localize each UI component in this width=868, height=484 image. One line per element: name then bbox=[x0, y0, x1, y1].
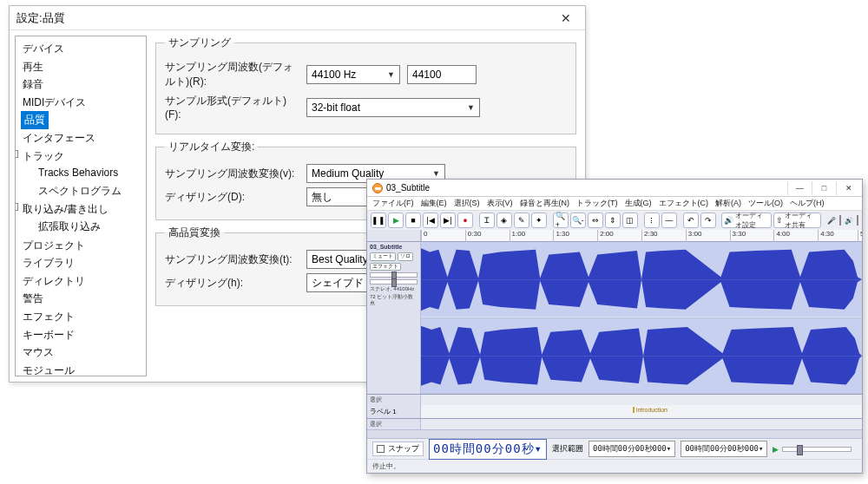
tool-envelope[interactable]: ◈ bbox=[496, 213, 512, 228]
timeline-ruler[interactable]: 0 0:30 1:00 1:30 2:00 2:30 3:00 3:30 4:0… bbox=[367, 230, 862, 242]
share-icon: ⇧ bbox=[776, 216, 783, 225]
undo-button[interactable]: ↶ bbox=[683, 213, 699, 228]
menu-transport[interactable]: 録音と再生(N) bbox=[520, 198, 570, 209]
tree-item-interface[interactable]: インタフェース bbox=[21, 129, 144, 147]
play-button[interactable]: ▶ bbox=[388, 213, 404, 228]
pause-button[interactable]: ❚❚ bbox=[371, 213, 386, 228]
play-indicator-icon: ▶ bbox=[773, 445, 779, 454]
tree-item-tracks[interactable]: − トラック Tracks Behaviors スペクトログラム bbox=[21, 147, 144, 201]
selection-start[interactable]: 00時間00分00秒000▾ bbox=[589, 441, 675, 457]
track-header[interactable]: 03_Subtitle ミュート ソロ エフェクト ステレオ, 44100Hz … bbox=[367, 242, 421, 394]
label-marker[interactable]: introduction bbox=[633, 407, 669, 413]
speaker-icon: 🔊 bbox=[724, 216, 733, 225]
menu-track[interactable]: トラック(T) bbox=[576, 198, 618, 209]
tree-item-import-export[interactable]: − 取り込み/書き出し 拡張取り込み bbox=[21, 200, 144, 236]
tree-item-quality[interactable]: 品質 bbox=[21, 111, 49, 129]
collapse-icon[interactable]: − bbox=[15, 150, 18, 158]
menu-generate[interactable]: 生成(G) bbox=[625, 198, 652, 209]
label-track-name[interactable]: ラベル 1 bbox=[367, 405, 421, 418]
trim-button[interactable]: ⫶ bbox=[644, 213, 660, 228]
waveform-area[interactable] bbox=[421, 242, 862, 394]
label-track: ラベル 1 introduction bbox=[367, 405, 862, 419]
stop-button[interactable]: ■ bbox=[405, 213, 421, 228]
zoom-slider[interactable] bbox=[782, 447, 852, 452]
silence-icon: ― bbox=[665, 216, 673, 225]
skip-start-button[interactable]: |◀ bbox=[423, 213, 438, 228]
playback-meter[interactable] bbox=[857, 215, 858, 226]
pan-slider[interactable] bbox=[370, 279, 418, 285]
sample-rate-label: サンプリング周波数(デフォルト)(R): bbox=[165, 60, 299, 89]
trim-icon: ⫶ bbox=[649, 216, 654, 225]
sample-format-combo[interactable]: 32-bit float ▼ bbox=[306, 98, 480, 117]
menu-edit[interactable]: 編集(E) bbox=[421, 198, 447, 209]
stop-icon: ■ bbox=[411, 216, 415, 225]
tree-item-devices[interactable]: デバイス bbox=[21, 40, 144, 58]
tree-item-module[interactable]: モジュール bbox=[21, 362, 144, 376]
tree-item-spectrogram[interactable]: スペクトログラム bbox=[36, 182, 142, 200]
selection-end[interactable]: 00時間00分00秒000▾ bbox=[681, 441, 767, 457]
fit-project-button[interactable]: ⇕ bbox=[605, 213, 621, 228]
mute-button[interactable]: ミュート bbox=[370, 252, 396, 260]
label-track-body[interactable]: introduction bbox=[421, 405, 862, 418]
silence-button[interactable]: ― bbox=[661, 213, 677, 228]
h-scrollbar[interactable] bbox=[367, 429, 862, 438]
tree-item-library[interactable]: ライブラリ bbox=[21, 254, 144, 272]
tree-item-keyboard[interactable]: キーボード bbox=[21, 326, 144, 344]
chevron-down-icon: ▼ bbox=[432, 169, 440, 178]
tree-item-playback[interactable]: 再生 bbox=[21, 58, 144, 76]
fit-selection-button[interactable]: ⇔ bbox=[588, 213, 603, 228]
collapse-icon[interactable]: − bbox=[15, 203, 18, 211]
record-button[interactable]: ● bbox=[457, 213, 473, 228]
category-tree[interactable]: デバイス 再生 録音 MIDIデバイス 品質 インタフェース − トラック Tr… bbox=[15, 36, 147, 376]
tree-item-tracks-behaviors[interactable]: Tracks Behaviors bbox=[36, 164, 142, 182]
record-meter[interactable] bbox=[839, 215, 841, 226]
rt-dither-label: ディザリング(D): bbox=[165, 190, 299, 205]
menu-view[interactable]: 表示(V) bbox=[487, 198, 513, 209]
redo-button[interactable]: ↷ bbox=[700, 213, 716, 228]
tree-item-midi[interactable]: MIDIデバイス bbox=[21, 94, 144, 112]
waveform-left bbox=[421, 242, 862, 317]
sample-rate-combo[interactable]: 44100 Hz ▼ bbox=[306, 65, 400, 84]
zoom-out-button[interactable]: 🔍- bbox=[570, 213, 586, 228]
close-button[interactable]: ✕ bbox=[550, 8, 582, 29]
solo-button[interactable]: ソロ bbox=[398, 252, 413, 260]
menu-select[interactable]: 選択(S) bbox=[454, 198, 480, 209]
tree-item-project[interactable]: プロジェクト bbox=[21, 237, 144, 255]
window-close-button[interactable]: ✕ bbox=[836, 181, 860, 195]
maximize-button[interactable]: □ bbox=[812, 181, 836, 195]
zoom-toggle-button[interactable]: ◫ bbox=[622, 213, 638, 228]
minimize-button[interactable]: — bbox=[787, 181, 812, 195]
sample-rate-input[interactable]: 44100 bbox=[407, 65, 477, 84]
menu-tools[interactable]: ツール(O) bbox=[748, 198, 783, 209]
tree-item-effect[interactable]: エフェクト bbox=[21, 308, 144, 326]
tree-item-ext-import[interactable]: 拡張取り込み bbox=[36, 218, 142, 236]
skip-end-button[interactable]: ▶| bbox=[440, 213, 456, 228]
tool-draw[interactable]: ✎ bbox=[514, 213, 529, 228]
window-title: 03_Subtitle bbox=[386, 183, 430, 193]
gain-slider[interactable] bbox=[370, 272, 418, 278]
audio-share-button[interactable]: ⇧ オーディオ共有 bbox=[773, 213, 821, 228]
tree-item-directory[interactable]: ディレクトリ bbox=[21, 272, 144, 291]
main-time-display[interactable]: 00時間00分00秒▾ bbox=[429, 439, 547, 460]
snap-toggle[interactable]: スナップ bbox=[372, 441, 424, 456]
zoom-in-button[interactable]: 🔍+ bbox=[553, 213, 569, 228]
menu-help[interactable]: ヘルプ(H) bbox=[790, 198, 825, 209]
zoom-in-icon: 🔍+ bbox=[556, 212, 566, 229]
tree-item-recording[interactable]: 録音 bbox=[21, 75, 144, 94]
meter-strip: 🎤 🔊 bbox=[827, 215, 858, 226]
sample-format-label: サンプル形式(デフォルト)(F): bbox=[165, 94, 299, 121]
menu-file[interactable]: ファイル(F) bbox=[372, 198, 414, 209]
audio-setup-button[interactable]: 🔊 オーディオ設定 bbox=[721, 213, 771, 228]
tool-selection[interactable]: Ꮖ bbox=[479, 213, 495, 228]
toolbar: ❚❚ ▶ ■ |◀ ▶| ● Ꮖ ◈ ✎ ✦ 🔍+ 🔍- ⇔ ⇕ ◫ ⫶ ― ↶… bbox=[367, 211, 862, 231]
tree-item-mouse[interactable]: マウス bbox=[21, 343, 144, 362]
hq-dither-label: ディザリング(h): bbox=[165, 276, 299, 291]
track-name: 03_Subtitle bbox=[370, 244, 418, 251]
rt-rate-conv-label: サンプリング周波数変換(v): bbox=[165, 167, 299, 181]
menu-analyze[interactable]: 解析(A) bbox=[715, 198, 741, 209]
menu-effect[interactable]: エフェクト(C) bbox=[659, 198, 709, 209]
tree-item-warning[interactable]: 警告 bbox=[21, 290, 144, 308]
effect-button[interactable]: エフェクト bbox=[370, 263, 401, 271]
audio-track: 03_Subtitle ミュート ソロ エフェクト ステレオ, 44100Hz … bbox=[367, 242, 862, 395]
tool-multi[interactable]: ✦ bbox=[531, 213, 547, 228]
